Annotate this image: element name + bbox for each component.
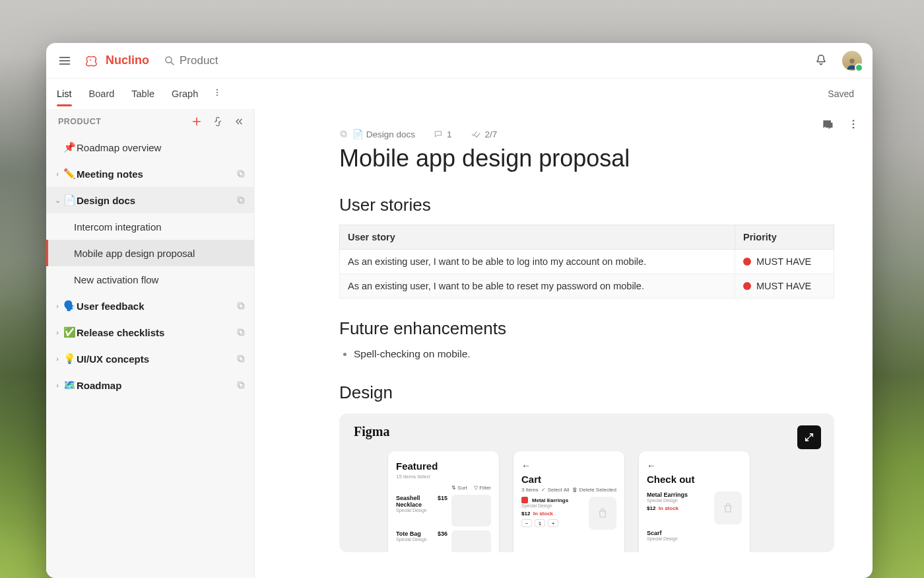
mock-item-price: $36 xyxy=(438,530,447,537)
cell-priority: MUST HAVE xyxy=(735,250,834,274)
expand-embed-button[interactable] xyxy=(797,425,821,449)
comments-count[interactable]: 1 xyxy=(434,129,452,139)
view-tabs-row: List Board Table Graph Saved xyxy=(46,79,873,109)
task-progress[interactable]: 2/7 xyxy=(471,129,498,139)
sidebar-item-design-docs[interactable]: ⌄ 📄 Design docs xyxy=(46,187,254,213)
cell-priority: MUST HAVE xyxy=(735,274,834,299)
sidebar-item-label: Design docs xyxy=(77,195,236,206)
sidebar-child-mobile-proposal[interactable]: Mobile app design proposal xyxy=(46,240,254,266)
svg-point-22 xyxy=(853,127,855,129)
hamburger-icon xyxy=(58,54,71,67)
collapse-sidebar-button[interactable] xyxy=(233,116,245,127)
search-input[interactable] xyxy=(180,54,312,67)
copy-icon xyxy=(236,327,246,338)
bell-icon xyxy=(814,54,828,67)
table-row[interactable]: As an existing user, I want to be able t… xyxy=(340,250,834,274)
svg-rect-7 xyxy=(239,172,244,176)
sidebar-item-uiux-concepts[interactable]: › 💡 UI/UX concepts xyxy=(46,345,254,372)
svg-rect-23 xyxy=(342,132,346,137)
chevron-right-icon: › xyxy=(53,355,62,363)
comments-button[interactable] xyxy=(821,118,834,131)
back-arrow-icon: ← xyxy=(647,460,742,471)
pencil-icon: ✏️ xyxy=(62,168,77,180)
mock-item-sub: Special Design xyxy=(396,537,447,542)
sidebar-item-user-feedback[interactable]: › 🗣️ User feedback xyxy=(46,293,254,319)
tab-board[interactable]: Board xyxy=(89,82,115,106)
sidebar-child-activation-flow[interactable]: New activation flow xyxy=(46,266,254,293)
svg-rect-9 xyxy=(239,198,244,203)
mock-title: Cart xyxy=(521,474,616,485)
mock-item-price: $15 xyxy=(438,495,447,508)
save-status: Saved xyxy=(828,89,862,99)
mock-item-stock: In stock xyxy=(533,511,553,517)
add-page-button[interactable] xyxy=(191,116,203,127)
copy-icon xyxy=(236,168,246,179)
sidebar-item-label: Meeting notes xyxy=(77,168,236,180)
svg-point-6 xyxy=(216,94,218,96)
mock-sort: ⇅ Sort xyxy=(451,485,467,491)
search-icon xyxy=(164,55,176,67)
figma-embed[interactable]: Figma Featured 15 items listed ⇅ Sort ▽ … xyxy=(339,414,834,552)
tab-list[interactable]: List xyxy=(57,82,72,106)
plus-icon xyxy=(191,116,202,127)
comment-icon xyxy=(434,129,443,139)
notifications-button[interactable] xyxy=(814,54,829,68)
mock-title: Featured xyxy=(396,460,491,472)
copy-icon xyxy=(236,301,246,311)
search-field[interactable] xyxy=(164,54,312,67)
priority-dot-icon xyxy=(743,282,751,290)
bag-icon xyxy=(722,502,734,514)
back-arrow-icon: ← xyxy=(521,460,616,471)
mock-item-stock: In stock xyxy=(659,505,678,511)
doc-more-button[interactable] xyxy=(847,118,861,131)
user-avatar[interactable] xyxy=(842,51,862,71)
breadcrumb[interactable]: 📄 Design docs xyxy=(339,129,415,139)
table-row[interactable]: As an existing user, I want to be able t… xyxy=(340,274,834,299)
sidebar-item-label: UI/UX concepts xyxy=(77,353,236,365)
sidebar-item-release-checklists[interactable]: › ✅ Release checklists xyxy=(46,319,254,345)
mock-thumbnail xyxy=(451,530,491,552)
copy-icon xyxy=(236,195,246,205)
page-title[interactable]: Mobile app design proposal xyxy=(339,145,834,172)
sidebar: PRODUCT 📌 Roadmap overview › ✏️ Meeting … xyxy=(46,109,255,578)
cell-story: As an existing user, I want to be able t… xyxy=(340,274,735,299)
mock-item-sub: Special Design xyxy=(647,498,710,503)
sidebar-section-title: PRODUCT xyxy=(58,117,191,126)
mock-item-sub: Special Design xyxy=(396,508,447,513)
svg-point-0 xyxy=(90,59,91,60)
sidebar-item-roadmap[interactable]: › 🗺️ Roadmap xyxy=(46,372,254,398)
tabs-more-button[interactable] xyxy=(213,88,222,100)
svg-point-3 xyxy=(849,58,854,63)
doc-meta-row: 📄 Design docs 1 2/7 xyxy=(339,129,834,139)
expand-sidebar-button[interactable] xyxy=(212,116,224,127)
copy-icon xyxy=(236,380,246,390)
mock-checkout: ← Check out Metal Earrings Special Desig… xyxy=(639,451,750,552)
pin-icon: 📌 xyxy=(62,141,77,153)
menu-button[interactable] xyxy=(57,53,73,69)
svg-point-5 xyxy=(216,92,218,93)
tab-graph[interactable]: Graph xyxy=(172,82,198,106)
svg-rect-11 xyxy=(239,304,244,308)
list-item[interactable]: Spell-checking on mobile. xyxy=(354,348,834,360)
sidebar-item-meeting-notes[interactable]: › ✏️ Meeting notes xyxy=(46,161,254,187)
sidebar-item-label: Mobile app design proposal xyxy=(74,248,195,259)
chevron-right-icon: › xyxy=(53,302,62,310)
comments-count-value: 1 xyxy=(447,129,452,139)
sidebar-item-label: Roadmap xyxy=(77,380,236,391)
section-user-stories-heading: User stories xyxy=(339,195,834,215)
sidebar-item-roadmap-overview[interactable]: 📌 Roadmap overview xyxy=(46,134,254,161)
sidebar-child-intercom[interactable]: Intercom integration xyxy=(46,213,254,240)
expand-icon xyxy=(213,117,222,126)
priority-label: MUST HAVE xyxy=(756,281,811,291)
mock-item-sub: Special Design xyxy=(647,536,742,541)
svg-rect-8 xyxy=(238,170,242,175)
mock-thumbnail xyxy=(714,491,742,524)
cell-story: As an existing user, I want to be able t… xyxy=(340,250,735,274)
mock-thumbnail xyxy=(589,497,616,530)
brand-logo[interactable]: Nuclino xyxy=(84,54,149,67)
mock-item-name: Metal Earrings xyxy=(647,491,688,498)
mock-thumbnail xyxy=(451,495,491,526)
svg-rect-14 xyxy=(238,329,242,334)
page-icon: 📄 xyxy=(62,194,77,206)
tab-table[interactable]: Table xyxy=(131,82,154,106)
